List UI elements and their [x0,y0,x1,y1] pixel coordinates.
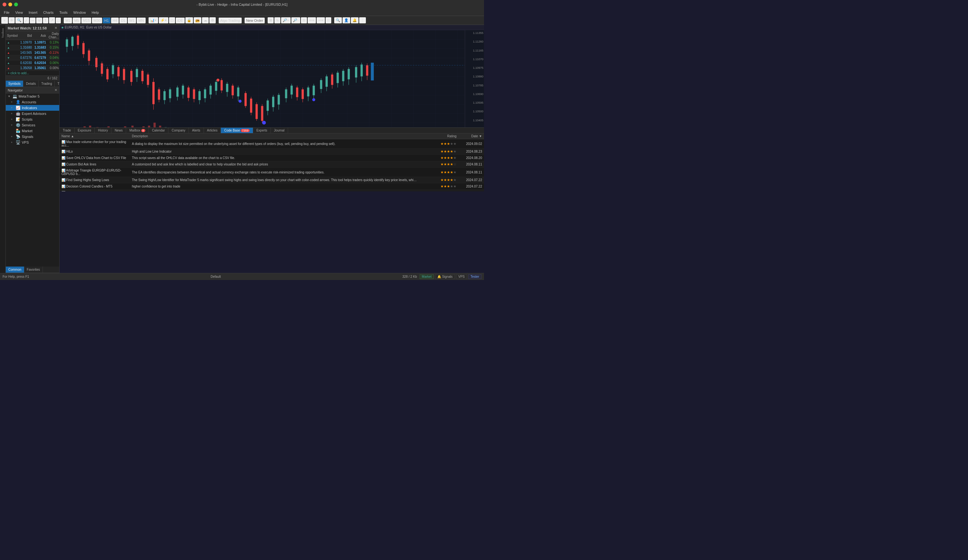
nav-item-expert-advisors[interactable]: + 🤖 Expert Advisors [6,111,59,116]
nav-tab-favorites[interactable]: Favorites [24,267,43,273]
bp-tab-history[interactable]: History [95,128,111,133]
tab-trading[interactable]: Trading [39,81,55,87]
nav-item-services[interactable]: + ⚙️ Services [6,122,59,128]
toolbar-grid[interactable]: ⊟ [301,17,307,23]
window-controls[interactable] [3,3,18,7]
market-watch-close[interactable]: ✕ [55,26,57,30]
bp-tab-codebase[interactable]: Code Base7359 [221,128,253,133]
toolbar-volume[interactable]: ∿ [274,17,280,23]
nav-item-vps[interactable]: + 🖥️ VPS [6,139,59,145]
toolbar-shapes[interactable]: □ [56,18,61,23]
navigator-close[interactable]: ✕ [55,88,57,92]
market-watch-row[interactable]: ▲ 1.31680 1.31683 0.15% [6,45,60,50]
indicator-row[interactable]: 📊 Hacking objects in an EX5 A demonstrat… [60,190,484,192]
toolbar-lock[interactable]: 🔒 [185,17,193,23]
nav-expand-vps[interactable]: + [11,141,14,144]
toolbar-scroll[interactable]: ⟺ [308,17,316,23]
nav-expand-accounts[interactable]: + [11,101,14,104]
toolbar-chart-type[interactable]: 📊▾ [149,17,158,23]
toolbar-search[interactable]: 🔍 [334,17,342,23]
bp-tab-calendar[interactable]: Calendar [149,128,169,133]
timeframe-w1[interactable]: W1 [128,18,136,23]
toolbar-hline[interactable]: ─ [30,18,35,23]
timeframe-h1[interactable]: H1 [103,18,111,23]
menu-file[interactable]: File [1,10,12,15]
toolbar-zoom-out[interactable]: 🔎- [291,17,300,23]
indicator-row[interactable]: 📊 Find Swing Highs Swing Lows The Swing … [60,177,484,183]
col-date[interactable]: Date ▼ [458,133,484,139]
toolbar-ide[interactable]: IDE [176,18,185,23]
toolbar-objects[interactable]: ◻ [169,17,175,23]
tab-details[interactable]: Details [23,81,39,87]
toolbar-radio[interactable]: 📻 [194,17,201,23]
indicator-row[interactable]: 📊 Decision Colored Candles - MT5 higher … [60,183,484,190]
toolbar-account[interactable]: 👤 [343,17,350,23]
menu-window[interactable]: Window [71,10,88,15]
bp-tab-alerts[interactable]: Alerts [189,128,204,133]
indicator-row[interactable]: 📊 HiLo High and Low Line Indicator ★★★★★… [60,149,484,155]
toolbar-depth[interactable]: ⊞ [268,17,273,23]
status-tab-tester[interactable]: Tester [468,274,481,279]
toolbar-indicators[interactable]: ⚡▾ [159,17,168,23]
toolbar-extra[interactable]: ⋮ [359,17,366,23]
toolbox[interactable]: Toolbox [0,25,6,273]
bp-tab-company[interactable]: Company [168,128,189,133]
status-tab-vps[interactable]: VPS [456,274,467,279]
bp-tab-mailbox[interactable]: Mailbox8 [126,128,149,133]
bp-tab-journal[interactable]: Journal [271,128,288,133]
menu-charts[interactable]: Charts [41,10,56,15]
toolbar-line[interactable]: ╱ [24,17,29,23]
timeframe-m5[interactable]: M5 [73,18,81,23]
nav-item-indicators[interactable]: + 📈 Indicators [6,105,59,111]
timeframe-m30[interactable]: M30 [92,18,102,23]
toolbar-fibo[interactable]: Ψ [36,18,42,23]
toolbar-zoom-in[interactable]: 🔎+ [281,17,291,23]
timeframe-mn[interactable]: MN [137,18,145,23]
nav-expand-scripts[interactable]: + [11,118,14,121]
nav-item-accounts[interactable]: + 👤 Accounts [6,99,59,105]
menu-tools[interactable]: Tools [57,10,70,15]
indicator-row[interactable]: 📊 Max trade volume checker for your trad… [60,139,484,149]
market-watch-row[interactable]: ▲ 0.62030 0.62034 0.06% [6,60,60,66]
nav-item-metatrader5[interactable]: ▼ 💻 MetaTrader 5 [6,93,59,99]
nav-expand-services[interactable]: + [11,124,14,127]
menu-insert[interactable]: Insert [26,10,40,15]
bp-tab-trade[interactable]: Trade [60,128,75,133]
toolbar-crosshair[interactable]: ✛ [8,17,15,23]
toolbar-period-sep[interactable]: ⁞⁞ [326,17,331,23]
toolbar-text[interactable]: T [43,18,48,23]
nav-item-market[interactable]: 🏪 Market [6,128,59,134]
bp-tab-experts[interactable]: Experts [253,128,271,133]
menu-help[interactable]: Help [89,10,101,15]
timeframe-h4[interactable]: H4 [111,18,119,23]
market-watch-row[interactable]: ▼ 0.67276 0.67279 0.04% [6,55,60,60]
minimize-button[interactable] [8,3,12,7]
close-button[interactable] [3,3,7,7]
nav-expand-signals[interactable]: + [11,135,14,138]
toolbar-algo-trading[interactable]: Algo Trading [219,18,242,23]
nav-expand-mt5[interactable]: ▼ [8,95,11,98]
toolbar-arrow[interactable]: ↗ [49,17,55,23]
menu-view[interactable]: View [13,10,26,15]
toolbar-new-chart[interactable]: ＋ [1,17,8,24]
timeframe-m15[interactable]: M15 [81,18,91,23]
toolbar-new-order[interactable]: New Order [245,18,265,23]
indicator-row[interactable]: 📊 Arbitrage Triangle EURGBP-EURUSD-GBPUS… [60,168,484,177]
indicator-row[interactable]: 📊 Custom Bid Ask lines A customized bid … [60,161,484,168]
add-symbol[interactable]: + click to add... [6,71,59,76]
bp-tab-news[interactable]: News [111,128,126,133]
timeframe-d1[interactable]: D1 [119,18,127,23]
toolbar-cloud[interactable]: ☁ [202,17,209,23]
maximize-button[interactable] [14,3,18,7]
market-watch-row[interactable]: ▲ 1.35058 1.35061 0.00% [6,66,60,71]
tab-symbols[interactable]: Symbols [6,81,23,87]
chart-main[interactable]: 28 Aug 2024 29 Aug 03:00 29 Aug 11:00 29… [60,30,465,128]
market-watch-row[interactable]: ▲ 143.565 143.565 -0.11% [6,50,60,55]
col-description[interactable]: Description [130,133,420,139]
col-name[interactable]: Name ▲ [60,133,130,139]
indicator-row[interactable]: 📊 Save OHLCV Data from Chart to CSV File… [60,155,484,161]
nav-expand-ea[interactable]: + [11,112,14,115]
bp-tab-articles[interactable]: Articles [204,128,221,133]
toolbar-auto-scroll[interactable]: ⟹ [317,17,325,23]
status-tab-market[interactable]: Market [419,274,434,279]
